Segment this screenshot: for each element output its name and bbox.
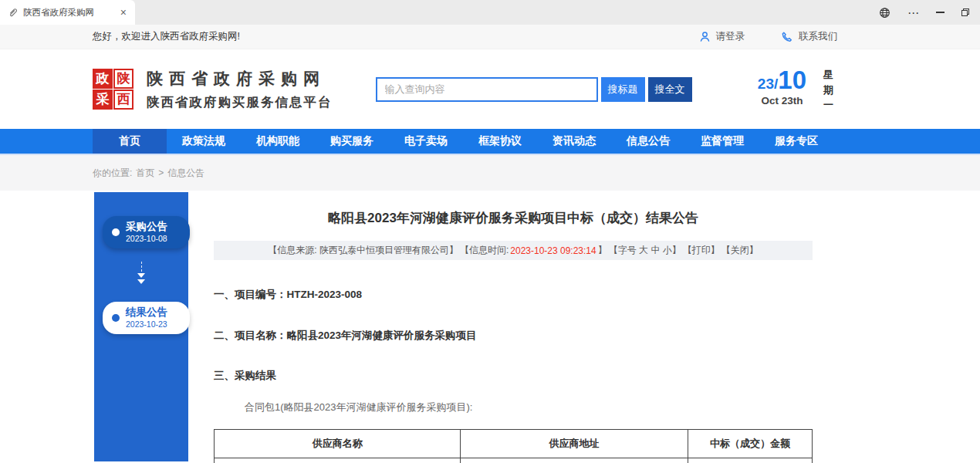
site-subtitle: 陕西省政府购买服务信息平台 — [147, 94, 333, 111]
sidebar-item-purchase-announcement[interactable]: 采购公告 2023-10-08 — [103, 216, 190, 248]
meta-time-label: 【信息时间: — [460, 244, 509, 257]
cell-supplier-name: 中陕核工业集团二一四大队有限公司 — [215, 458, 461, 463]
weekday-char: 期 — [823, 83, 833, 98]
nav-item-service-zone[interactable]: 服务专区 — [759, 129, 833, 154]
nav-item-news[interactable]: 资讯动态 — [537, 129, 611, 154]
breadcrumb: 你的位置: 首页 > 信息公告 — [93, 167, 204, 180]
welcome-bar: 您好，欢迎进入陕西省政府采购网! 请登录 联系我们 — [0, 25, 980, 49]
project-name-line: 二、项目名称：略阳县2023年河湖健康评价服务采购项目 — [214, 329, 813, 343]
site-logo: 政 陕 采 西 — [93, 69, 134, 110]
meta-source: 【信息来源: 陕西弘泰中恒项目管理有限公司】 — [268, 244, 458, 257]
package-line: 合同包1(略阳县2023年河湖健康评价服务采购项目): — [214, 400, 813, 414]
article-content: 略阳县2023年河湖健康评价服务采购项目中标（成交）结果公告 【信息来源: 陕西… — [214, 191, 813, 463]
table-header-supplier-name: 供应商名称 — [215, 430, 461, 458]
login-link[interactable]: 请登录 — [699, 30, 745, 43]
search-title-button[interactable]: 搜标题 — [601, 77, 645, 102]
contact-link[interactable]: 联系我们 — [782, 30, 837, 43]
search-fulltext-button[interactable]: 搜全文 — [648, 77, 692, 102]
nav-item-announcements[interactable]: 信息公告 — [611, 129, 685, 154]
sidebar-item-label: 结果公告 — [126, 306, 167, 319]
meta-time-close: 】 — [598, 244, 607, 257]
meta-font-size-controls[interactable]: 【字号 大 中 小】 — [609, 244, 681, 257]
nav-item-e-marketplace[interactable]: 电子卖场 — [389, 129, 463, 154]
date-day: 23 — [758, 76, 774, 92]
nav-item-functions[interactable]: 机构职能 — [241, 129, 315, 154]
date-month: 10 — [778, 66, 806, 94]
breadcrumb-band: 你的位置: 首页 > 信息公告 — [0, 155, 980, 191]
login-label: 请登录 — [716, 30, 745, 43]
site-header: 政 陕 采 西 陕西省政府采购网 陕西省政府购买服务信息平台 搜标题 搜全文 2… — [0, 49, 980, 129]
table-row: 中陕核工业集团二一四大队有限公司 陕西省西安市雁塔区西影路301号办公楼3楼31… — [215, 458, 813, 463]
nav-item-framework-agreement[interactable]: 框架协议 — [463, 129, 537, 154]
nav-item-policies[interactable]: 政策法规 — [167, 129, 241, 154]
cell-award-amount — [688, 458, 812, 463]
timeline-dot — [112, 228, 120, 236]
result-heading-line: 三、采购结果 — [214, 369, 813, 383]
nav-item-supervision[interactable]: 监督管理 — [685, 129, 759, 154]
nav-item-purchase-services[interactable]: 购买服务 — [315, 129, 389, 154]
phone-icon — [782, 31, 793, 42]
timeline-arrow-down-icon — [94, 262, 188, 284]
browser-tab[interactable]: 陕西省政府采购网 × — [0, 0, 135, 25]
browser-menu-icon[interactable]: ⋯ — [907, 7, 919, 19]
tab-close-icon[interactable]: × — [118, 7, 129, 18]
timeline-dot — [112, 314, 120, 322]
logo-char: 采 — [93, 90, 113, 110]
logo-char: 政 — [93, 69, 113, 89]
browser-tab-bar: 陕西省政府采购网 × ⋯ — [0, 0, 980, 25]
breadcrumb-current-link[interactable]: 信息公告 — [167, 167, 204, 180]
site-titles: 陕西省政府采购网 陕西省政府购买服务信息平台 — [147, 68, 333, 111]
breadcrumb-separator: > — [158, 167, 164, 178]
table-header-row: 供应商名称 供应商地址 中标（成交）金额 — [215, 430, 813, 458]
search-group: 搜标题 搜全文 — [376, 77, 692, 102]
tab-title: 陕西省政府采购网 — [23, 7, 113, 19]
welcome-links: 请登录 联系我们 — [699, 30, 838, 43]
sidebar-item-label: 采购公告 — [126, 221, 167, 234]
logo-char: 陕 — [113, 69, 133, 89]
search-input[interactable] — [376, 77, 598, 102]
breadcrumb-prefix: 你的位置: — [93, 167, 132, 180]
article-title: 略阳县2023年河湖健康评价服务采购项目中标（成交）结果公告 — [214, 209, 813, 227]
nav-item-home[interactable]: 首页 — [93, 129, 167, 154]
breadcrumb-home-link[interactable]: 首页 — [136, 167, 154, 180]
meta-close-button[interactable]: 【关闭】 — [721, 244, 759, 257]
result-table: 供应商名称 供应商地址 中标（成交）金额 中陕核工业集团二一四大队有限公司 陕西… — [214, 429, 813, 463]
project-number-line: 一、项目编号：HTZH-2023-008 — [214, 288, 813, 302]
date-english: Oct 23th — [758, 95, 806, 106]
welcome-greeting: 您好，欢迎进入陕西省政府采购网! — [93, 30, 240, 43]
sidebar-item-date: 2023-10-23 — [126, 319, 167, 330]
sidebar-item-result-announcement[interactable]: 结果公告 2023-10-23 — [103, 302, 190, 334]
globe-icon[interactable] — [879, 7, 890, 19]
meta-time-value: 2023-10-23 09:23:14 — [510, 245, 596, 256]
table-header-supplier-address: 供应商地址 — [461, 430, 688, 458]
sidebar-item-date: 2023-10-08 — [126, 234, 167, 244]
browser-controls: ⋯ — [879, 0, 980, 25]
meta-print-button[interactable]: 【打印】 — [683, 244, 720, 257]
weekday-vertical: 星 期 一 — [823, 67, 833, 113]
date-numbers: 23/10 Oct 23th — [758, 66, 806, 106]
main-area: 采购公告 2023-10-08 结果公告 2023-10-23 略阳县2023年… — [0, 191, 980, 461]
weekday-char: 星 — [823, 67, 833, 83]
contact-label: 联系我们 — [799, 30, 837, 43]
logo-char: 西 — [113, 90, 133, 110]
browser-window: 陕西省政府采购网 × ⋯ 您好，欢迎进入陕西省政府采购网! 请登录 联系我们 政 — [0, 0, 980, 463]
main-nav: 首页 政策法规 机构职能 购买服务 电子卖场 框架协议 资讯动态 信息公告 监督… — [0, 129, 980, 155]
minimize-icon[interactable] — [936, 12, 945, 13]
cell-supplier-address: 陕西省西安市雁塔区西影路301号办公楼3楼311室 — [461, 458, 688, 463]
table-header-award-amount: 中标（成交）金额 — [688, 430, 812, 458]
restore-window-icon[interactable] — [961, 8, 969, 16]
paperclip-favicon-icon — [8, 8, 18, 18]
article-meta-bar: 【信息来源: 陕西弘泰中恒项目管理有限公司】 【信息时间: 2023-10-23… — [214, 241, 813, 260]
site-title: 陕西省政府采购网 — [147, 68, 333, 90]
timeline-sidebar: 采购公告 2023-10-08 结果公告 2023-10-23 — [94, 192, 188, 461]
date-widget: 23/10 Oct 23th 星 期 一 — [758, 66, 833, 113]
user-icon — [699, 31, 711, 42]
weekday-char: 一 — [823, 97, 833, 113]
